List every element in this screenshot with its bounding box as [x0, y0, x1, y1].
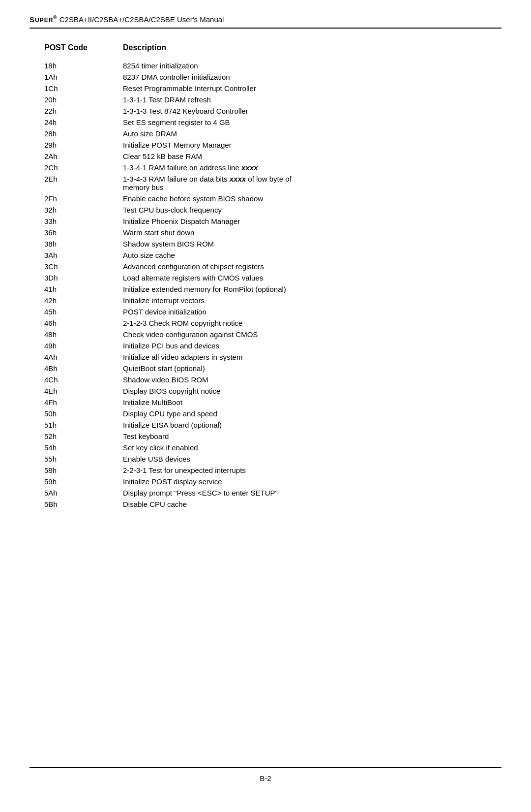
post-code: 5Ah — [44, 489, 123, 497]
post-code: 4Fh — [44, 398, 123, 406]
post-code: 54h — [44, 443, 123, 452]
post-description: Disable CPU cache — [123, 500, 487, 508]
post-code: 3Ah — [44, 251, 123, 259]
post-code: 38h — [44, 240, 123, 248]
post-code: 2Ch — [44, 163, 123, 172]
post-description: 1-3-1-3 Test 8742 Keyboard Controller — [123, 107, 487, 115]
post-code: 1Ch — [44, 84, 123, 93]
post-description: QuietBoot start (optional) — [123, 364, 487, 373]
post-code: 52h — [44, 432, 123, 440]
post-code: 50h — [44, 409, 123, 418]
post-code: 36h — [44, 228, 123, 237]
post-description: Reset Programmable Interrupt Controller — [123, 84, 487, 93]
post-code: 46h — [44, 319, 123, 327]
table-row: 4Ah Initialize all video adapters in sys… — [44, 351, 487, 363]
table-row: 54h Set key click if enabled — [44, 442, 487, 453]
post-description: Display CPU type and speed — [123, 409, 487, 418]
post-description: Advanced configuration of chipset regist… — [123, 262, 487, 271]
post-description: Initialize Phoenix Dispatch Manager — [123, 217, 487, 225]
post-code: 29h — [44, 141, 123, 149]
table-row: 52h Test keyboard — [44, 431, 487, 442]
table-row: 20h 1-3-1-1 Test DRAM refresh — [44, 94, 487, 105]
post-description: 2-1-2-3 Check ROM copyright notice — [123, 319, 487, 327]
table-row: 33h Initialize Phoenix Dispatch Manager — [44, 216, 487, 227]
page-number: B-2 — [260, 774, 271, 782]
post-code: 5Bh — [44, 500, 123, 508]
table-row: 51h Initialize EISA board (optional) — [44, 419, 487, 431]
post-code: 51h — [44, 421, 123, 429]
page-footer: B-2 — [30, 767, 502, 782]
post-description: Set key click if enabled — [123, 443, 487, 452]
post-description: 2-2-3-1 Test for unexpected interrupts — [123, 466, 487, 474]
table-row: 28h Auto size DRAM — [44, 128, 487, 139]
table-row: 59h Initialize POST display service — [44, 476, 487, 487]
post-code: 2Eh — [44, 175, 123, 191]
post-code: 42h — [44, 296, 123, 305]
table-row: 22h 1-3-1-3 Test 8742 Keyboard Controlle… — [44, 105, 487, 117]
post-description: Initialize EISA board (optional) — [123, 421, 487, 429]
post-description: 1-3-1-1 Test DRAM refresh — [123, 95, 487, 104]
table-row: 1Ah 8237 DMA controller initialization — [44, 71, 487, 83]
table-row: 42h Initialize interrupt vectors — [44, 295, 487, 306]
table-row: 58h 2-2-3-1 Test for unexpected interrup… — [44, 465, 487, 476]
table-row: 49h Initialize PCI bus and devices — [44, 340, 487, 351]
post-description: Initialize interrupt vectors — [123, 296, 487, 305]
post-description: Test CPU bus-clock frequency — [123, 206, 487, 214]
post-description: Enable cache before system BIOS shadow — [123, 194, 487, 203]
post-description: Auto size DRAM — [123, 129, 487, 138]
post-description: Initialize POST display service — [123, 477, 487, 486]
table-row: 2Ah Clear 512 kB base RAM — [44, 151, 487, 162]
post-description: 8254 timer initialization — [123, 62, 487, 70]
table-row: 38h Shadow system BIOS ROM — [44, 238, 487, 250]
table-row: 4Fh Initialize MultiBoot — [44, 397, 487, 408]
table-row: 3Ah Auto size cache — [44, 250, 487, 261]
table-row: 5Bh Disable CPU cache — [44, 499, 487, 510]
post-description: Auto size cache — [123, 251, 487, 259]
post-description: Clear 512 kB base RAM — [123, 152, 487, 160]
post-description: POST device initialization — [123, 308, 487, 316]
table-row: 48h Check video configuration against CM… — [44, 329, 487, 340]
table-row: 1Ch Reset Programmable Interrupt Control… — [44, 83, 487, 94]
col-header-description: Description — [123, 43, 487, 52]
post-code: 28h — [44, 129, 123, 138]
post-description: 1-3-4-3 RAM failure on data bits xxxx of… — [123, 175, 487, 191]
post-code: 2Ah — [44, 152, 123, 160]
page-container: SUPER® C2SBA+II/C2SBA+/C2SBA/C2SBE User'… — [0, 0, 531, 812]
post-code-table: POST Code Description 18h 8254 timer ini… — [30, 43, 502, 752]
table-row: 45h POST device initialization — [44, 306, 487, 317]
post-code: 4Bh — [44, 364, 123, 373]
post-description: Display prompt "Press <ESC> to enter SET… — [123, 489, 487, 497]
registered-icon: ® — [53, 15, 57, 20]
col-header-code: POST Code — [44, 43, 123, 52]
table-row: 41h Initialize extended memory for RomPi… — [44, 283, 487, 295]
post-code: 2Fh — [44, 194, 123, 203]
table-row: 2Eh 1-3-4-3 RAM failure on data bits xxx… — [44, 173, 487, 193]
post-description: Initialize PCI bus and devices — [123, 342, 487, 350]
post-description: Display BIOS copyright notice — [123, 387, 487, 395]
bold-text: xxxx — [230, 175, 246, 183]
manual-title: C2SBA+II/C2SBA+/C2SBA/C2SBE User's Manua… — [59, 15, 224, 24]
table-row: 4Ch Shadow video BIOS ROM — [44, 374, 487, 385]
post-code: 1Ah — [44, 73, 123, 81]
table-row: 55h Enable USB devices — [44, 453, 487, 465]
table-row: 4Eh Display BIOS copyright notice — [44, 385, 487, 397]
table-body: 18h 8254 timer initialization 1Ah 8237 D… — [44, 60, 487, 510]
post-description: Initialize MultiBoot — [123, 398, 487, 406]
post-description: Initialize all video adapters in system — [123, 353, 487, 361]
table-row: 36h Warm start shut down — [44, 227, 487, 238]
post-description: Shadow system BIOS ROM — [123, 240, 487, 248]
post-description: Test keyboard — [123, 432, 487, 440]
table-row: 4Bh QuietBoot start (optional) — [44, 363, 487, 374]
table-row: 46h 2-1-2-3 Check ROM copyright notice — [44, 317, 487, 329]
post-description: Initialize POST Memory Manager — [123, 141, 487, 149]
post-description: 1-3-4-1 RAM failure on address line xxxx — [123, 163, 487, 172]
post-description: 8237 DMA controller initialization — [123, 73, 487, 81]
page-header: SUPER® C2SBA+II/C2SBA+/C2SBA/C2SBE User'… — [30, 15, 502, 29]
post-description: Check video configuration against CMOS — [123, 330, 487, 339]
post-code: 20h — [44, 95, 123, 104]
table-row: 5Ah Display prompt "Press <ESC> to enter… — [44, 487, 487, 499]
table-header-row: POST Code Description — [44, 43, 487, 52]
post-code: 4Ch — [44, 375, 123, 384]
table-row: 29h Initialize POST Memory Manager — [44, 139, 487, 151]
brand-logo: SUPER® — [30, 15, 58, 24]
